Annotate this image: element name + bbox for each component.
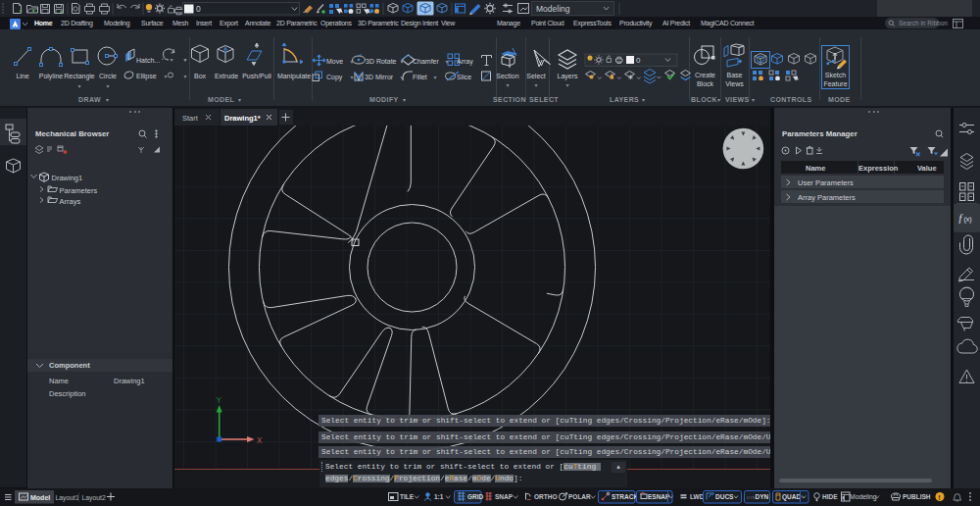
svg-text:GRID: GRID xyxy=(467,493,484,500)
svg-text:SNAP: SNAP xyxy=(495,493,514,500)
svg-text:X: X xyxy=(257,436,263,446)
svg-text:LWD: LWD xyxy=(690,493,705,500)
svg-text:Modeling: Modeling xyxy=(536,4,570,14)
svg-text:Parameters: Parameters xyxy=(60,186,98,195)
svg-text:0: 0 xyxy=(636,56,641,65)
svg-text:DUCS: DUCS xyxy=(715,493,734,500)
svg-text:0: 0 xyxy=(196,4,201,14)
svg-text:Layout2: Layout2 xyxy=(82,494,106,502)
svg-text:Drawing1: Drawing1 xyxy=(52,174,83,182)
svg-text:HIDE: HIDE xyxy=(822,493,838,500)
svg-text:TILE: TILE xyxy=(400,493,415,500)
svg-text:(x): (x) xyxy=(964,216,972,224)
svg-text:Arrays: Arrays xyxy=(60,197,81,206)
svg-text:1:1: 1:1 xyxy=(434,493,444,500)
svg-text:Layout1: Layout1 xyxy=(56,494,79,502)
svg-text:Y: Y xyxy=(217,396,222,406)
svg-text:DYN: DYN xyxy=(747,495,756,500)
svg-text:STRACK: STRACK xyxy=(612,493,638,500)
svg-text:Model: Model xyxy=(30,494,50,501)
svg-text:Modeling: Modeling xyxy=(850,493,877,501)
svg-text:DYN: DYN xyxy=(756,493,769,500)
svg-text:!: ! xyxy=(938,494,940,501)
svg-text:POLAR: POLAR xyxy=(568,493,591,500)
svg-text:ESNAP: ESNAP xyxy=(648,493,670,500)
svg-text:PUBLISH: PUBLISH xyxy=(903,493,931,500)
svg-text:ORTHO: ORTHO xyxy=(534,493,557,500)
svg-text:QUAD: QUAD xyxy=(782,493,801,501)
